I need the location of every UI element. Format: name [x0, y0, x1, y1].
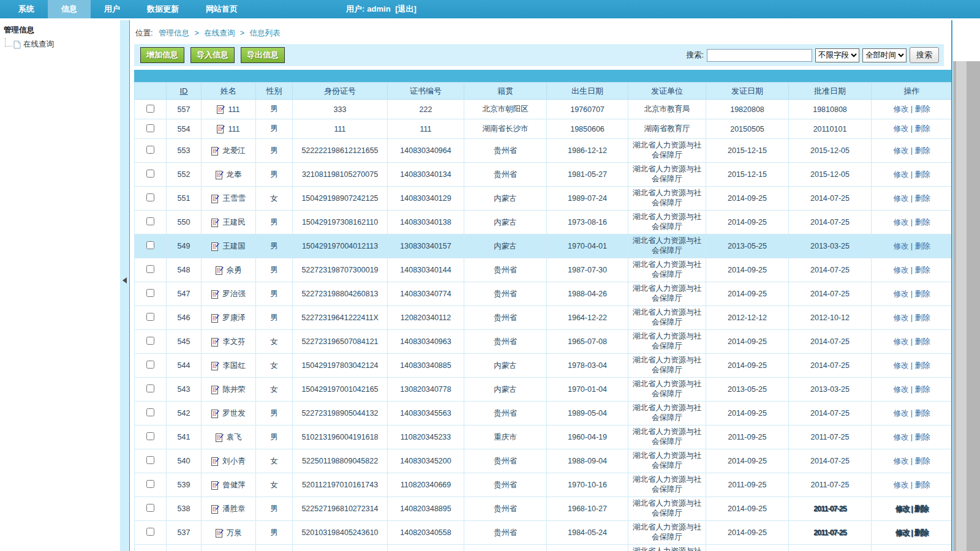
- cell-cert-number: 140830340774: [388, 282, 464, 306]
- delete-link[interactable]: 删除: [915, 242, 930, 250]
- delete-link[interactable]: 删除: [915, 337, 930, 346]
- delete-link[interactable]: 删除: [915, 481, 930, 489]
- cell-id: 540: [167, 449, 202, 473]
- cell-gender: 女: [256, 449, 293, 473]
- edit-link[interactable]: 修改: [893, 105, 908, 113]
- breadcrumb-link-2[interactable]: 在线查询: [204, 29, 235, 37]
- delete-link[interactable]: 删除: [915, 457, 930, 465]
- breadcrumb-link-3[interactable]: 信息列表: [250, 29, 281, 37]
- edit-link[interactable]: 修改: [893, 242, 908, 250]
- delete-link[interactable]: 删除: [915, 313, 930, 322]
- cell-ops: 修改 | 删除: [872, 473, 952, 497]
- add-info-button[interactable]: 增加信息: [140, 47, 184, 63]
- name-text: 万泉: [227, 528, 242, 538]
- header-checkbox-cell: [135, 83, 167, 100]
- row-checkbox[interactable]: [146, 480, 154, 488]
- edit-link[interactable]: 修改: [893, 266, 908, 274]
- row-checkbox[interactable]: [146, 289, 154, 297]
- nav-tab-1[interactable]: 系统: [5, 0, 48, 18]
- row-checkbox[interactable]: [146, 146, 154, 154]
- delete-link[interactable]: 删除: [915, 218, 930, 227]
- row-checkbox[interactable]: [146, 193, 154, 201]
- row-checkbox[interactable]: [146, 265, 154, 273]
- delete-link[interactable]: 删除: [915, 433, 930, 441]
- edit-link[interactable]: 修改: [895, 504, 910, 513]
- right-scrollbar-track[interactable]: [953, 61, 980, 551]
- header-id-sort-link[interactable]: ID: [180, 86, 188, 96]
- cell-native-place: 内蒙古: [464, 211, 547, 234]
- row-checkbox[interactable]: [146, 456, 154, 464]
- sidebar-item-online-query[interactable]: 在线查询: [0, 38, 120, 51]
- delete-link[interactable]: 删除: [915, 361, 930, 370]
- row-checkbox[interactable]: [146, 408, 154, 416]
- delete-link[interactable]: 删除: [915, 170, 930, 179]
- nav-tab-5[interactable]: 网站首页: [192, 0, 251, 18]
- cell-id: 541: [167, 425, 202, 449]
- cell-id: 552: [167, 163, 202, 187]
- field-select[interactable]: 不限字段: [815, 48, 859, 62]
- delete-link[interactable]: 删除: [915, 146, 930, 155]
- nav-tab-3[interactable]: 用户: [91, 0, 134, 18]
- edit-link[interactable]: 修改: [893, 481, 908, 489]
- edit-doc-icon: [211, 290, 219, 299]
- edit-link[interactable]: 修改: [893, 409, 908, 418]
- edit-link[interactable]: 修改: [893, 146, 908, 155]
- row-checkbox[interactable]: [146, 504, 154, 512]
- edit-link[interactable]: 修改: [895, 528, 910, 537]
- delete-link[interactable]: 删除: [915, 409, 930, 418]
- delete-link[interactable]: 删除: [915, 124, 930, 133]
- edit-link[interactable]: 修改: [893, 385, 908, 394]
- row-checkbox[interactable]: [146, 432, 154, 440]
- edit-link[interactable]: 修改: [893, 433, 908, 441]
- edit-link[interactable]: 修改: [893, 337, 908, 346]
- edit-link[interactable]: 修改: [893, 218, 908, 227]
- collapse-sidebar-arrow-icon[interactable]: [123, 277, 127, 283]
- delete-link[interactable]: 删除: [915, 385, 930, 394]
- cell-issue-unit: 北京市教育局: [628, 100, 706, 119]
- cell-issue-date: 2013-05-25: [706, 234, 789, 258]
- delete-link[interactable]: 删除: [915, 290, 930, 298]
- edit-link[interactable]: 修改: [893, 170, 908, 179]
- row-checkbox[interactable]: [146, 313, 154, 321]
- row-checkbox[interactable]: [146, 170, 154, 178]
- export-info-button[interactable]: 导出信息: [241, 47, 285, 63]
- delete-link[interactable]: 删除: [915, 194, 930, 203]
- row-checkbox[interactable]: [146, 241, 154, 249]
- edit-link[interactable]: 修改: [893, 457, 908, 465]
- cell-birth-date: 1973-08-16: [547, 211, 628, 234]
- edit-link[interactable]: 修改: [893, 361, 908, 370]
- cell-id: 542: [167, 402, 202, 425]
- row-checkbox[interactable]: [146, 105, 154, 113]
- edit-link[interactable]: 修改: [893, 313, 908, 322]
- cell-native-place: 贵州省: [464, 330, 547, 354]
- table-row: 554 111 男 111 111 湖南省长沙市 19850606 湖南省教育厅…: [135, 119, 952, 139]
- nav-tab-4[interactable]: 数据更新: [134, 0, 192, 18]
- row-checkbox[interactable]: [146, 528, 154, 536]
- delete-link[interactable]: 删除: [914, 504, 928, 513]
- delete-link[interactable]: 删除: [914, 528, 928, 537]
- row-checkbox[interactable]: [146, 337, 154, 345]
- edit-link[interactable]: 修改: [893, 194, 908, 203]
- logout-link[interactable]: [退出]: [395, 4, 417, 13]
- row-checkbox[interactable]: [146, 361, 154, 369]
- cell-issue-date: 2014-09-25: [706, 187, 789, 211]
- row-checkbox[interactable]: [146, 217, 154, 225]
- edit-link[interactable]: 修改: [893, 290, 908, 298]
- search-input[interactable]: [707, 49, 812, 62]
- search-button[interactable]: 搜索: [910, 47, 939, 63]
- ops-separator: |: [908, 385, 914, 394]
- cell-birth-date: 1987-07-30: [547, 258, 628, 282]
- cell-issue-date: 2014-09-25: [706, 449, 789, 473]
- delete-link[interactable]: 删除: [915, 105, 930, 113]
- delete-link[interactable]: 删除: [915, 266, 930, 274]
- nav-tab-2[interactable]: 信息: [48, 0, 91, 18]
- row-checkbox[interactable]: [146, 124, 154, 132]
- breadcrumb-link-1[interactable]: 管理信息: [159, 29, 189, 37]
- edit-link[interactable]: 修改: [893, 124, 908, 133]
- cell-issue-unit: 湖北省人力资源与社会保障厅: [628, 139, 706, 163]
- cell-approve-date: 2014-07-25: [789, 330, 872, 354]
- import-info-button[interactable]: 导入信息: [190, 47, 235, 63]
- scrollbar-thumb[interactable]: [956, 61, 967, 551]
- time-select[interactable]: 全部时间: [862, 48, 907, 62]
- row-checkbox[interactable]: [146, 384, 154, 392]
